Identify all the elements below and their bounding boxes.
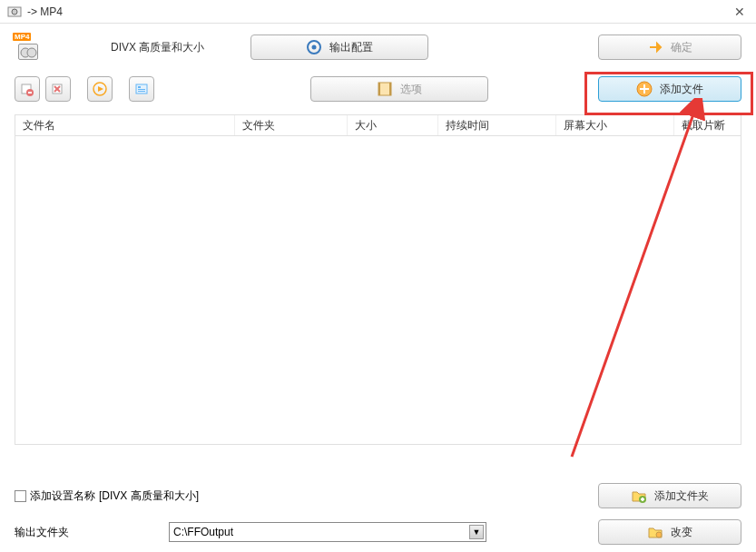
col-size[interactable]: 大小: [348, 115, 438, 135]
folder-icon: [647, 524, 663, 540]
checkbox-label-prefix: 添加设置名称: [30, 488, 95, 504]
output-row: 输出文件夹 C:\FFOutput ▼ 改变: [15, 519, 741, 545]
col-screen[interactable]: 屏幕大小: [556, 115, 674, 135]
col-name[interactable]: 文件名: [15, 115, 235, 135]
svg-rect-16: [138, 91, 145, 92]
output-config-button[interactable]: 输出配置: [250, 34, 428, 60]
add-folder-label: 添加文件夹: [654, 488, 709, 504]
gear-icon: [306, 39, 322, 55]
titlebar: -> MP4 ✕: [0, 0, 756, 24]
ok-label: 确定: [671, 40, 692, 55]
arrow-right-icon: [647, 39, 663, 55]
options-button[interactable]: 选项: [310, 76, 488, 102]
col-trim[interactable]: 截取片断: [674, 115, 741, 135]
svg-point-1: [12, 9, 17, 15]
output-folder-label: 输出文件夹: [15, 525, 160, 540]
svg-rect-18: [378, 83, 380, 95]
clear-button[interactable]: [45, 76, 71, 102]
svg-rect-25: [641, 498, 644, 500]
table-body[interactable]: [15, 136, 741, 445]
add-file-button[interactable]: 添加文件: [598, 76, 741, 102]
checkbox-row: 添加设置名称 [DIVX 高质量和大小] 添加文件夹: [15, 483, 741, 508]
checkbox-label-suffix: [DIVX 高质量和大小]: [99, 488, 199, 504]
svg-rect-14: [138, 86, 141, 88]
svg-point-3: [27, 48, 36, 57]
svg-point-26: [656, 532, 662, 537]
app-icon: [7, 5, 22, 19]
svg-rect-19: [389, 83, 391, 95]
svg-rect-17: [378, 83, 391, 95]
film-icon: [377, 81, 393, 97]
output-config-label: 输出配置: [329, 40, 373, 55]
play-button[interactable]: [87, 76, 113, 102]
window-title: -> MP4: [27, 5, 63, 18]
main-content: MP4 DIVX 高质量和大小 输出配置: [0, 24, 756, 454]
info-button[interactable]: [129, 76, 154, 102]
ok-button[interactable]: 确定: [598, 34, 741, 60]
table-header: 文件名 文件夹 大小 持续时间 屏幕大小 截取片断: [15, 114, 741, 136]
change-button[interactable]: 改变: [598, 519, 741, 545]
svg-rect-22: [640, 88, 649, 90]
profile-label: DIVX 高质量和大小: [111, 40, 238, 55]
svg-rect-15: [138, 89, 145, 90]
output-folder-combo[interactable]: C:\FFOutput ▼: [169, 522, 486, 542]
row-profile: MP4 DIVX 高质量和大小 输出配置: [15, 34, 741, 60]
mp4-icon: MP4: [15, 34, 44, 60]
add-folder-button[interactable]: 添加文件夹: [598, 483, 741, 508]
close-button[interactable]: ✕: [731, 3, 749, 21]
svg-point-5: [312, 45, 317, 50]
options-label: 选项: [400, 82, 422, 97]
checkbox-icon[interactable]: [15, 490, 26, 502]
col-duration[interactable]: 持续时间: [438, 115, 556, 135]
bottom-panel: 添加设置名称 [DIVX 高质量和大小] 添加文件夹 输出文件夹 C:\FFOu…: [15, 483, 741, 545]
remove-button[interactable]: [15, 76, 40, 102]
output-folder-value: C:\FFOutput: [173, 526, 233, 538]
row-toolbar: 选项 添加文件: [15, 76, 741, 102]
folder-plus-icon: [631, 488, 647, 504]
plus-icon: [636, 81, 653, 97]
svg-rect-8: [28, 92, 32, 94]
chevron-down-icon[interactable]: ▼: [469, 525, 484, 539]
change-label: 改变: [671, 525, 692, 540]
append-name-checkbox-wrap[interactable]: 添加设置名称 [DIVX 高质量和大小]: [15, 488, 199, 504]
add-file-label: 添加文件: [660, 82, 703, 97]
col-folder[interactable]: 文件夹: [235, 115, 348, 135]
